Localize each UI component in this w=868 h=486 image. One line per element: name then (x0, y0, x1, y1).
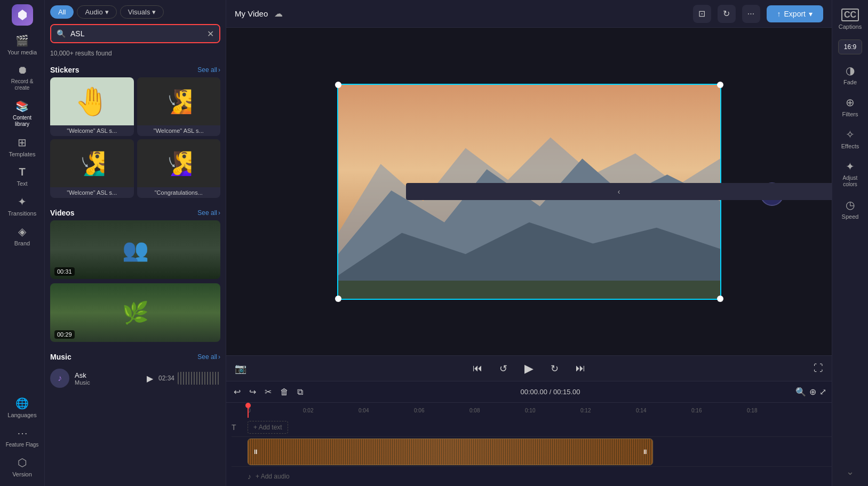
timeline-collapse-chevron[interactable]: ⌄ (846, 466, 854, 477)
right-panel-filters[interactable]: ⊕ Filters (834, 92, 866, 122)
sidebar-item-your-media[interactable]: 🎬 Your media (1, 30, 44, 60)
playback-controls: 📷 ⏮ ↺ ▶ ↻ ⏭ ⛶ (226, 355, 832, 381)
search-input[interactable] (51, 25, 219, 42)
cut-btn[interactable]: ✂ (262, 385, 274, 399)
sticker-label-2: "Welcome" ASL s... (137, 125, 221, 136)
svg-marker-0 (18, 10, 27, 20)
filter-tab-all[interactable]: All (50, 5, 74, 19)
add-text-btn[interactable]: + Add text (248, 421, 288, 434)
sticker-item[interactable]: 🧏‍♀️ "Congratulations... (137, 139, 221, 198)
music-duration: 02:34 (158, 375, 174, 382)
music-section-header: Music See all › (45, 347, 226, 364)
rotate-btn[interactable]: ↻ (718, 5, 736, 23)
music-controls: ▶ 02:34 (145, 371, 220, 386)
sidebar-item-feature-flags[interactable]: ⋯ Feature Flags (1, 423, 44, 452)
adjust-colors-icon: ✦ (846, 160, 855, 173)
sidebar-item-transitions[interactable]: ✦ Transitions (1, 191, 44, 221)
main-area: My Video ☁ ⊡ ↻ ··· ↑ Export ▾ (226, 0, 832, 486)
music-see-all[interactable]: See all › (197, 353, 220, 361)
sticker-thumb-2: 🧏 (137, 77, 221, 125)
sticker-item[interactable]: 🧏‍♂️ "Welcome" ASL s... (50, 139, 134, 198)
handle-bottom-left[interactable] (335, 296, 341, 302)
video-track-content: ⏸ ⏸ (248, 437, 832, 466)
sidebar-item-label-templates: Templates (9, 151, 35, 157)
music-item-1[interactable]: ♪ Ask Music ▶ 02:34 (50, 364, 220, 392)
search-header: All Audio ▾ Visuals ▾ 🔍 ✕ (45, 0, 226, 46)
videos-see-all[interactable]: See all › (197, 209, 220, 217)
sidebar-item-label-record-create: Record &create (11, 78, 34, 91)
video-scene-1: 👥 (50, 220, 220, 279)
crop-btn[interactable]: ⊡ (693, 5, 711, 23)
video-track[interactable]: ⏸ ⏸ (248, 439, 653, 465)
project-name: My Video (235, 9, 268, 18)
right-panel-speed[interactable]: ◷ Speed (834, 194, 866, 224)
play-music-btn[interactable]: ▶ (145, 371, 155, 386)
video-scene-2: 🌿 (50, 283, 220, 342)
sidebar-item-text[interactable]: T Text (1, 162, 44, 191)
sticker-item[interactable]: 🧏 "Welcome" ASL s... (137, 77, 221, 136)
video-track-waveform (248, 439, 652, 465)
sticker-item[interactable]: 🤚 "Welcome" ASL s... (50, 77, 134, 136)
undo-btn[interactable]: ↩ (232, 385, 243, 399)
stickers-see-all[interactable]: See all › (197, 66, 220, 74)
right-panel-adjust-colors[interactable]: ✦ Adjustcolors (834, 156, 866, 192)
right-panel-fade[interactable]: ◑ Fade (834, 60, 866, 90)
ruler-mark-4: 0:08 (469, 408, 525, 413)
hand-icon: 🤚 (75, 85, 109, 118)
filter-tab-audio[interactable]: Audio ▾ (77, 5, 116, 19)
delete-btn[interactable]: 🗑 (278, 385, 291, 399)
handle-top-left[interactable] (335, 82, 341, 88)
video-thumb-2[interactable]: 🌿 00:29 (50, 283, 220, 342)
chevron-down-icon: ▾ (152, 8, 156, 16)
sidebar-item-version[interactable]: ⬡ Version (1, 452, 44, 482)
sticker-thumb-1: 🤚 (50, 77, 134, 125)
video-thumb-1[interactable]: 👥 00:31 (50, 220, 220, 279)
text-track-label: T (232, 423, 248, 432)
add-audio-row[interactable]: ♪ + Add audio (232, 467, 832, 486)
more-btn[interactable]: ··· (742, 5, 760, 23)
export-button[interactable]: ↑ Export ▾ (767, 5, 823, 22)
sidebar-item-content-library[interactable]: 📚 Contentlibrary (1, 95, 44, 132)
sticker-thumb-3: 🧏‍♂️ (50, 139, 134, 187)
sidebar-item-label-transitions: Transitions (8, 210, 36, 217)
music-title: Music (50, 353, 71, 361)
filter-tab-visuals[interactable]: Visuals ▾ (120, 5, 164, 19)
skip-to-end-btn[interactable]: ⏭ (572, 360, 588, 377)
panel-collapse-btn[interactable]: ‹ (406, 183, 832, 200)
redo-btn[interactable]: ↪ (247, 385, 258, 399)
close-icon[interactable]: ✕ (207, 29, 214, 39)
copy-btn[interactable]: ⧉ (295, 385, 305, 399)
track-pause-right-icon: ⏸ (642, 448, 648, 456)
handle-bottom-right[interactable] (717, 296, 723, 302)
sidebar-item-languages[interactable]: 🌐 Languages (1, 393, 44, 423)
sidebar-item-brand[interactable]: ◈ Brand (1, 221, 44, 251)
sidebar-item-record-create[interactable]: ⏺ Record &create (1, 60, 44, 95)
aspect-ratio-btn[interactable]: 16:9 (838, 39, 862, 54)
zoom-controls: 🔍 ⊕ ⤢ (795, 387, 826, 397)
sidebar-item-label-languages: Languages (7, 412, 36, 418)
fullscreen-btn[interactable]: ⛶ (814, 363, 823, 374)
stickers-title: Stickers (50, 66, 79, 74)
zoom-in-btn[interactable]: ⊕ (809, 387, 816, 397)
filters-icon: ⊕ (846, 96, 855, 109)
sidebar-item-label-feature-flags: Feature Flags (6, 442, 39, 448)
zoom-out-btn[interactable]: 🔍 (795, 387, 806, 397)
forward-btn[interactable]: ↻ (547, 360, 562, 378)
music-icon-wrap: ♪ (50, 369, 69, 388)
camera-btn[interactable]: 📷 (235, 363, 246, 375)
export-chevron-icon: ▾ (809, 10, 813, 18)
right-panel-captions[interactable]: CC Captions (834, 4, 866, 34)
handle-top-right[interactable] (717, 82, 723, 88)
right-panel-effects[interactable]: ✧ Effects (834, 124, 866, 154)
track-pause-left-icon: ⏸ (252, 448, 259, 456)
chevron-right-icon-3: › (218, 353, 220, 361)
rewind-to-start-btn[interactable]: ⏮ (469, 360, 485, 377)
play-pause-btn[interactable]: ▶ (521, 358, 537, 379)
playhead[interactable] (248, 403, 249, 418)
text-track-icon: T (232, 423, 236, 432)
timeline-tracks: T + Add text ⏸ ⏸ ♪ (226, 418, 832, 486)
rewind-btn[interactable]: ↺ (496, 360, 511, 378)
effects-label: Effects (841, 143, 859, 149)
expand-timeline-btn[interactable]: ⤢ (819, 387, 826, 397)
sidebar-item-templates[interactable]: ⊞ Templates (1, 132, 44, 162)
